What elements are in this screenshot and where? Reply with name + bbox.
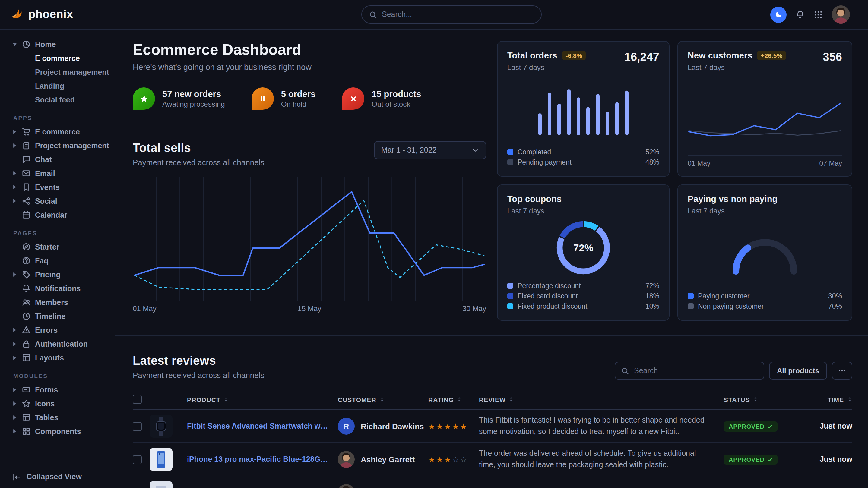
review-time: Just now: [795, 455, 852, 464]
sort-icon: [753, 397, 758, 402]
legend-swatch: [507, 293, 513, 299]
x-tick-end: 07 May: [819, 160, 842, 167]
legend-label: Completed: [518, 148, 641, 155]
brand[interactable]: phoenix: [10, 7, 73, 22]
nine-dots-icon: [814, 10, 823, 19]
x-badge-icon: [342, 88, 364, 110]
theme-toggle-button[interactable]: [770, 6, 786, 23]
row-checkbox[interactable]: [133, 422, 142, 431]
stats-row: 57 new ordersAwating processing5 ordersO…: [133, 88, 486, 110]
sidebar-item-faq[interactable]: Faq: [0, 254, 115, 268]
sidebar-item-notifications[interactable]: Notifications: [0, 282, 115, 295]
column-header-time[interactable]: TIME: [795, 396, 852, 403]
reviews-search-input[interactable]: [634, 366, 757, 375]
sidebar-item-project-management[interactable]: Project management: [0, 65, 115, 79]
total-orders-value: 16,247: [624, 51, 659, 64]
cart-icon: [22, 127, 31, 136]
all-products-button[interactable]: All products: [769, 362, 827, 380]
paying-legend: Paying customer30%Non-paying customer70%: [688, 291, 842, 311]
sidebar-item-members[interactable]: Members: [0, 295, 115, 309]
sidebar-item-errors[interactable]: Errors: [0, 323, 115, 337]
column-header-product[interactable]: PRODUCT: [187, 396, 338, 403]
sidebar-item-social-feed[interactable]: Social feed: [0, 93, 115, 107]
sidebar-item-email[interactable]: Email: [0, 166, 115, 180]
legend-label: Fixed product discount: [518, 302, 641, 310]
moon-icon: [774, 10, 783, 19]
legend-label: Percentage discount: [518, 282, 641, 289]
review-time: Just now: [795, 422, 852, 430]
column-header-customer[interactable]: CUSTOMER: [338, 396, 428, 403]
pause-badge-icon: [251, 88, 274, 110]
sidebar-item-tables[interactable]: Tables: [0, 411, 115, 424]
card-period: Last 7 days: [688, 207, 777, 215]
sidebar-item-icons[interactable]: Icons: [0, 397, 115, 411]
sidebar-item-label: Tables: [35, 413, 58, 422]
legend-item-percentage-discount: Percentage discount72%: [507, 280, 659, 291]
legend-item-completed: Completed52%: [507, 147, 659, 157]
review-row: [133, 476, 852, 488]
dashboard-top-section: Ecommerce Dashboard Here's what's going …: [133, 30, 852, 321]
sidebar-item-authentication[interactable]: Authentication: [0, 337, 115, 351]
customer-name: Ashley Garrett: [361, 455, 415, 464]
apps-grid-button[interactable]: [814, 10, 823, 19]
more-options-button[interactable]: [832, 362, 852, 380]
sidebar-item-e-commerce[interactable]: E commerce: [0, 125, 115, 139]
date-range-select[interactable]: Mar 1 - 31, 2022: [374, 141, 486, 159]
top-coupons-card: Top coupons Last 7 days 72% Percentage d…: [497, 185, 670, 321]
product-thumbnail[interactable]: [150, 415, 173, 438]
user-avatar[interactable]: [832, 5, 850, 24]
new-customers-card: New customers+26.5% Last 7 days 356 01 M…: [677, 41, 852, 176]
chat-icon: [22, 155, 31, 164]
change-badge: +26.5%: [757, 51, 786, 60]
sidebar-item-calendar[interactable]: Calendar: [0, 208, 115, 222]
product-link[interactable]: Fitbit Sense Advanced Smartwatch with To…: [187, 422, 338, 430]
tag-icon: [22, 270, 31, 279]
product-link[interactable]: iPhone 13 pro max-Pacific Blue-128GB sto…: [187, 455, 338, 464]
sort-icon: [509, 397, 514, 402]
row-checkbox[interactable]: [133, 455, 142, 464]
sidebar-item-forms[interactable]: Forms: [0, 383, 115, 397]
sidebar-item-label: E commerce: [35, 128, 80, 136]
notifications-button[interactable]: [796, 10, 805, 19]
sidebar-item-label: Starter: [35, 242, 59, 251]
column-header-rating[interactable]: RATING: [428, 396, 479, 403]
sidebar-item-e-commerce[interactable]: E commerce: [0, 51, 115, 65]
sidebar-section-pages: PAGES: [0, 222, 115, 240]
sidebar-item-social[interactable]: Social: [0, 194, 115, 208]
legend-label: Pending payment: [518, 158, 641, 165]
collapsed-view-toggle[interactable]: Collapsed View: [0, 465, 115, 488]
review-row: iPhone 13 pro max-Pacific Blue-128GB sto…: [133, 443, 852, 476]
stat-value: 57 new orders: [162, 89, 225, 99]
card-period: Last 7 days: [507, 207, 562, 215]
sidebar: HomeE commerceProject managementLandingS…: [0, 30, 115, 488]
product-thumbnail[interactable]: [150, 481, 173, 488]
column-header-review[interactable]: REVIEW: [479, 396, 724, 403]
stat-caption: On hold: [281, 100, 315, 108]
legend-item-fixed-product-discount: Fixed product discount10%: [507, 301, 659, 311]
sidebar-item-layouts[interactable]: Layouts: [0, 351, 115, 365]
x-tick-end: 30 May: [462, 304, 486, 313]
x-tick-mid: 15 May: [298, 304, 321, 313]
star-icon: ★: [444, 422, 452, 431]
sidebar-item-timeline[interactable]: Timeline: [0, 309, 115, 323]
star-icon: ☆: [452, 455, 460, 464]
column-header-status[interactable]: STATUS: [724, 396, 795, 403]
sidebar-item-pricing[interactable]: Pricing: [0, 268, 115, 282]
sidebar-item-landing[interactable]: Landing: [0, 79, 115, 93]
paying-gauge-chart: [688, 215, 842, 291]
global-search[interactable]: [361, 5, 542, 24]
product-thumbnail[interactable]: [150, 448, 173, 471]
star-icon: ★: [428, 455, 436, 464]
sidebar-item-starter[interactable]: Starter: [0, 240, 115, 254]
reviews-search[interactable]: [615, 362, 764, 380]
star-icon: ★: [452, 422, 460, 431]
coupons-donut-chart: 72%: [507, 217, 659, 279]
sidebar-item-components[interactable]: Components: [0, 424, 115, 438]
global-search-input[interactable]: [382, 10, 534, 19]
sidebar-item-events[interactable]: Events: [0, 180, 115, 194]
select-all-checkbox[interactable]: [133, 395, 142, 404]
sidebar-item-project-management[interactable]: Project management: [0, 139, 115, 153]
sidebar-item-chat[interactable]: Chat: [0, 153, 115, 166]
sidebar-item-home[interactable]: Home: [0, 37, 115, 51]
kpi-cards: Total orders-6.8% Last 7 days 16,247 Com…: [497, 41, 852, 321]
